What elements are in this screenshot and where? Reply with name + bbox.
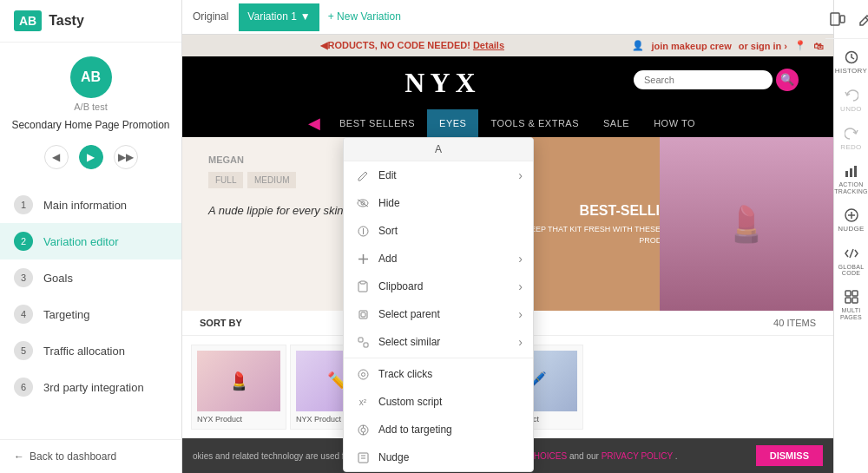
menu-divider	[344, 358, 533, 358]
menu-item-edit[interactable]: Edit	[344, 161, 533, 189]
nav-item-1[interactable]: 1 Main information	[0, 187, 181, 223]
edit-icon	[356, 168, 370, 182]
playback-controls: ◀ ▶ ▶▶	[0, 141, 181, 180]
privacy-link[interactable]: PRIVACY POLICY	[602, 451, 673, 461]
nav-number-1: 1	[14, 195, 33, 214]
right-top-icons	[825, 7, 869, 39]
menu-item-custom-script[interactable]: x² Custom script	[344, 388, 533, 416]
project-title: Secondary Home Page Promotion	[0, 119, 181, 141]
main-tab-bar: Original Variation 1 ▼ + New Variation	[182, 0, 833, 35]
prev-button[interactable]: ◀	[44, 145, 69, 169]
history-label: HISTORY	[835, 68, 867, 76]
nav-label-1: Main information	[43, 199, 127, 212]
svg-point-14	[361, 372, 365, 376]
menu-label-select-similar: Select similar	[378, 336, 440, 348]
svg-rect-34	[852, 291, 858, 296]
tab-variation1-label: Variation 1	[247, 10, 296, 23]
back-to-dashboard[interactable]: ← Back to dashboard	[0, 439, 181, 473]
next-button[interactable]: ▶▶	[114, 145, 138, 169]
history-icon	[844, 49, 859, 65]
nudge-button[interactable]: NUDGE	[836, 202, 867, 239]
svg-rect-35	[845, 298, 851, 303]
menu-label-add-targeting: Add to targeting	[378, 424, 452, 436]
svg-line-32	[850, 249, 853, 258]
nav-howto[interactable]: HOW TO	[641, 109, 707, 137]
svg-rect-11	[358, 338, 363, 342]
add-targeting-icon	[356, 423, 370, 437]
avatar: AB	[70, 56, 112, 98]
redo-button[interactable]: REDO	[836, 121, 867, 157]
track-clicks-icon	[356, 367, 370, 381]
undo-button[interactable]: UNDO	[836, 82, 867, 119]
nav-item-4[interactable]: 4 Targeting	[0, 296, 181, 332]
nav-label-3: Goals	[43, 272, 73, 285]
svg-point-16	[361, 428, 365, 432]
nav-item-2[interactable]: 2 Variation editor	[0, 223, 181, 259]
menu-label-track-clicks: Track clicks	[378, 368, 432, 380]
global-code-button[interactable]: GLOBAL CODE	[836, 240, 867, 282]
nav-number-4: 4	[14, 305, 33, 324]
nyx-promo-bar: ◀RODUCTS, NO CODE NEEDED! Details 👤 join…	[182, 35, 833, 56]
device-preview-icon[interactable]	[825, 7, 850, 31]
menu-item-select-parent[interactable]: Select parent	[344, 300, 533, 328]
product-card-1[interactable]: 💄 NYX Product	[191, 345, 286, 430]
select-similar-icon	[356, 335, 370, 349]
nav-best-sellers[interactable]: BEST SELLERS	[327, 109, 427, 137]
menu-item-hide[interactable]: Hide	[344, 189, 533, 217]
nav-sale[interactable]: SALE	[591, 109, 641, 137]
join-crew-text: join makeup crew	[651, 41, 731, 51]
action-tracking-button[interactable]: ACTION TRACKING	[836, 158, 867, 200]
right-sidebar: HISTORY UNDO REDO ACTION TRACKING NUDGE …	[833, 0, 868, 473]
tab-new-variation[interactable]: + New Variation	[319, 3, 410, 31]
menu-label-edit: Edit	[378, 169, 397, 181]
redo-label: REDO	[840, 144, 861, 152]
edit-pencil-icon[interactable]	[853, 7, 869, 31]
svg-line-24	[865, 17, 868, 20]
menu-item-sort[interactable]: Sort	[344, 217, 533, 245]
menu-item-clipboard[interactable]: Clipboard	[344, 273, 533, 300]
sort-by-label: SORT BY	[200, 318, 242, 328]
select-parent-icon	[356, 307, 370, 321]
sort-icon	[356, 224, 370, 238]
cart-icon: 🛍	[813, 41, 823, 51]
svg-rect-8	[360, 281, 365, 284]
nyx-logo: NYX	[404, 60, 480, 106]
svg-rect-22	[831, 13, 839, 25]
multi-pages-button[interactable]: MULTI PAGES	[836, 284, 867, 325]
clipboard-icon	[356, 279, 370, 293]
nav-number-6: 6	[14, 378, 33, 397]
menu-item-track-clicks[interactable]: Track clicks	[344, 360, 533, 388]
multi-pages-icon	[844, 289, 859, 305]
nav-item-5[interactable]: 5 Traffic allocation	[0, 332, 181, 369]
play-button[interactable]: ▶	[79, 145, 103, 169]
nav-item-3[interactable]: 3 Goals	[0, 259, 181, 296]
search-button[interactable]: 🔍	[776, 69, 799, 91]
menu-item-select-similar[interactable]: Select similar	[344, 328, 533, 356]
svg-rect-33	[845, 291, 851, 296]
menu-item-nudge[interactable]: Nudge	[344, 443, 533, 471]
join-crew-icon: 👤	[632, 40, 644, 51]
menu-item-add[interactable]: Add	[344, 245, 533, 273]
menu-label-sort: Sort	[378, 225, 398, 237]
nav-label-5: Traffic allocation	[43, 345, 125, 358]
tab-variation1[interactable]: Variation 1 ▼	[239, 3, 319, 31]
menu-label-select-parent: Select parent	[378, 308, 440, 320]
nudge-icon	[356, 450, 370, 464]
details-link[interactable]: Details	[473, 40, 504, 50]
nav-item-6[interactable]: 6 3rd party integration	[0, 369, 181, 405]
nyx-search-input[interactable]	[634, 70, 773, 89]
nav-tools[interactable]: TOOLS & EXTRAS	[478, 109, 591, 137]
avatar-section: AB A/B test	[0, 43, 181, 119]
nav-left-arrow[interactable]: ◀	[308, 114, 320, 133]
tab-original[interactable]: Original	[182, 3, 239, 31]
menu-item-add-targeting[interactable]: Add to targeting	[344, 416, 533, 443]
context-menu: A Edit Hide Sort Add Clipboard Se	[343, 137, 534, 472]
nyx-nav: ◀ BEST SELLERS EYES TOOLS & EXTRAS SALE …	[182, 109, 833, 137]
global-code-icon	[844, 246, 859, 261]
join-crew-or: or sign in ›	[739, 41, 787, 51]
history-button[interactable]: HISTORY	[836, 44, 867, 81]
svg-rect-12	[364, 343, 368, 347]
nav-label-4: Targeting	[43, 308, 89, 321]
dismiss-button[interactable]: DISMISS	[756, 445, 823, 466]
nav-eyes[interactable]: EYES	[427, 109, 478, 137]
